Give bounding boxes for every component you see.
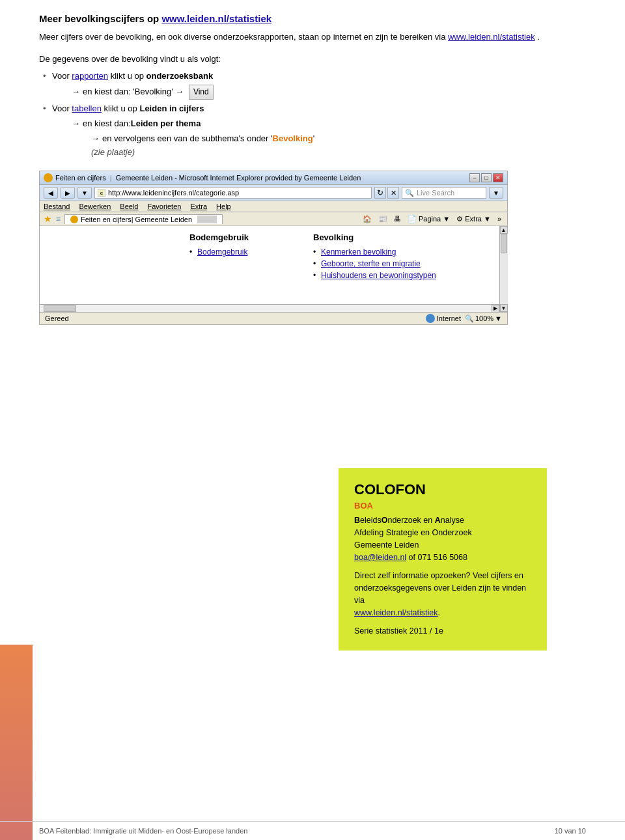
browser-titlebar: Feiten en cijfers | Gemeente Leiden - Mi… <box>40 171 507 185</box>
rss-icon[interactable]: ≡ <box>56 214 61 223</box>
dropdown-button[interactable]: ▼ <box>77 187 92 199</box>
menu-favorieten[interactable]: Favorieten <box>147 203 181 210</box>
colofon-website-link[interactable]: www.leiden.nl/statistiek <box>354 608 438 617</box>
bullet1-suffix: klikt u op <box>108 71 146 81</box>
extra-button[interactable]: ⚙ Extra ▼ <box>454 214 493 224</box>
tab-label: Feiten en cijfers| Gemeente Leiden <box>81 216 192 223</box>
print-button[interactable]: 🖶 <box>392 214 403 223</box>
bottom-section: COLOFON BOA BeleidsOnderzoek en Analyse … <box>39 455 586 664</box>
data-section: De gegevens over de bevolking vindt u al… <box>39 53 586 160</box>
minimize-button[interactable]: – <box>469 173 480 182</box>
colofon-serie: Serie statistiek 2011 / 1e <box>354 625 531 637</box>
colofon-title: COLOFON <box>354 481 531 498</box>
go-button[interactable]: ↻ <box>374 187 386 199</box>
toolbar-right: 🏠 📰 🖶 📄 Pagina ▼ ⚙ Extra ▼ » <box>361 214 503 224</box>
colofon-divider: Direct zelf informatie opzoeken? Veel ci… <box>354 570 531 619</box>
sub-arrow-icon: → <box>91 132 100 146</box>
title-sep: | <box>110 174 112 182</box>
page-footer: BOA Feitenblad: Immigratie uit Midden- e… <box>0 821 625 840</box>
scrollbar-down-button[interactable]: ▼ <box>500 304 508 312</box>
left-decorative-strip <box>0 645 33 840</box>
right-scrollbar[interactable]: ▲ ▼ <box>499 226 507 312</box>
page-icon: e <box>98 189 105 197</box>
back-button[interactable]: ◀ <box>44 187 58 199</box>
browser-main: Bodemgebruik Bodemgebruik Bevolking Kenm… <box>40 226 499 312</box>
bullet2-bold: Leiden in cijfers <box>139 104 204 113</box>
bevolking-list: Kenmerken bevolking Geboorte, sterfte en… <box>313 247 436 280</box>
arrow2-text: en kiest dan: <box>83 117 131 131</box>
italic-note: (zie plaatje) <box>52 146 586 160</box>
tab-close-area <box>197 216 217 223</box>
vind-button[interactable]: Vind <box>189 85 214 100</box>
bodemgebruik-list: Bodemgebruik <box>189 247 294 257</box>
stop-button[interactable]: ✕ <box>387 187 399 199</box>
favorites-star-icon[interactable]: ★ <box>44 214 52 224</box>
browser-toolbar: ★ ≡ Feiten en cijfers| Gemeente Leiden 🏠… <box>40 212 507 226</box>
zoom-dropdown-icon[interactable]: ▼ <box>495 315 502 322</box>
hscrollbar-thumb[interactable] <box>44 305 76 312</box>
intro-suffix: . <box>537 32 540 42</box>
menu-bewerken[interactable]: Bewerken <box>79 203 111 210</box>
kenmerken-item[interactable]: Kenmerken bevolking <box>313 247 436 257</box>
hscroll-right-button[interactable]: ▶ <box>492 305 499 313</box>
scrollbar-up-button[interactable]: ▲ <box>500 226 508 234</box>
arrow-line-1: → en kiest dan: 'Bevolking' → Vind <box>52 85 586 100</box>
arrow-icon-1: → <box>72 85 80 99</box>
menu-help[interactable]: Help <box>216 203 231 210</box>
browser-menubar: Bestand Bewerken Beeld Favorieten Extra … <box>40 201 507 212</box>
restore-button[interactable]: □ <box>481 173 492 182</box>
huishoudens-item[interactable]: Huishoudens en bewoningstypen <box>313 271 436 280</box>
content-spacer <box>46 232 176 298</box>
search-field[interactable]: 🔍 Live Search <box>402 187 486 199</box>
scrollbar-thumb[interactable] <box>501 234 507 253</box>
browser-hscrollbar[interactable]: ▶ <box>40 304 499 312</box>
colofon-email-link[interactable]: boa@leiden.nl <box>354 553 406 562</box>
tabellen-link[interactable]: tabellen <box>72 104 102 113</box>
address-field[interactable]: e http://www.leidenincijfers.nl/categori… <box>94 187 372 199</box>
arrow2-bold: Leiden per thema <box>131 117 201 131</box>
menu-bestand[interactable]: Bestand <box>44 203 70 210</box>
rapporten-link[interactable]: rapporten <box>72 71 108 81</box>
close-button[interactable]: ✕ <box>493 173 503 182</box>
heading-link[interactable]: www.leiden.nl/statistiek <box>161 13 271 24</box>
internet-status: Internet <box>426 314 461 323</box>
intro-link[interactable]: www.leiden.nl/statistiek <box>448 32 535 42</box>
boa-eleids: eleids <box>360 516 382 525</box>
zoom-level: 100% <box>475 315 493 322</box>
pagina-button[interactable]: 📄 Pagina ▼ <box>406 214 452 224</box>
feeds-button[interactable]: 📰 <box>376 214 389 224</box>
heading-text: Meer bevolkingscijfers op <box>39 13 159 24</box>
bodemgebruik-item[interactable]: Bodemgebruik <box>189 247 294 257</box>
colofon-website-suffix: . <box>438 608 440 617</box>
colofon-line2: Afdeling Strategie en Onderzoek <box>354 528 472 537</box>
forward-button[interactable]: ▶ <box>61 187 75 199</box>
title-part2: Gemeente Leiden - Microsoft Internet Exp… <box>116 174 361 182</box>
colofon-line3: Gemeente Leiden <box>354 540 419 550</box>
geboorte-item[interactable]: Geboorte, sterfte en migratie <box>313 259 436 268</box>
bodemgebruik-header: Bodemgebruik <box>189 232 294 242</box>
toolbar-left: ★ ≡ Feiten en cijfers| Gemeente Leiden <box>44 214 223 224</box>
serie-text: Serie statistiek 2011 / 1e <box>354 626 443 636</box>
scrollbar-track <box>500 234 508 304</box>
menu-beeld[interactable]: Beeld <box>120 203 138 210</box>
browser-wrapper: Bodemgebruik Bodemgebruik Bevolking Kenm… <box>40 226 507 312</box>
title-left: Feiten en cijfers | Gemeente Leiden - Mi… <box>44 173 361 182</box>
sub-arrow-line: → en vervolgens een van de subthema's on… <box>52 132 586 146</box>
boa-nalyse: nalyse <box>441 516 464 525</box>
colofon-phone: of 071 516 5068 <box>409 553 467 562</box>
browser-tab[interactable]: Feiten en cijfers| Gemeente Leiden <box>64 214 223 224</box>
arrow-line-2: → en kiest dan: Leiden per thema <box>52 117 586 131</box>
home-button[interactable]: 🏠 <box>361 214 374 224</box>
search-placeholder: Live Search <box>417 189 454 197</box>
address-text: http://www.leidenincijfers.nl/categorie.… <box>108 189 239 197</box>
bullet2-prefix: Voor <box>52 104 72 113</box>
menu-extra[interactable]: Extra <box>190 203 207 210</box>
page-heading: Meer bevolkingscijfers op www.leiden.nl/… <box>39 13 586 24</box>
search-dropdown-button[interactable]: ▼ <box>489 187 503 199</box>
toolbar-extend-button[interactable]: » <box>495 214 503 223</box>
zoom-control[interactable]: 🔍 100% ▼ <box>465 315 502 323</box>
arrow1-text: en kiest dan: 'Bevolking' <box>83 85 173 99</box>
intro-paragraph: Meer cijfers over de bevolking, en ook d… <box>39 31 586 44</box>
bevolking-column: Bevolking Kenmerken bevolking Geboorte, … <box>313 232 436 298</box>
footer-page-number: 10 van 10 <box>555 827 586 835</box>
